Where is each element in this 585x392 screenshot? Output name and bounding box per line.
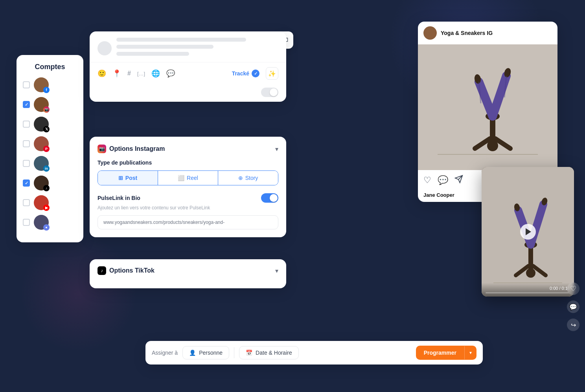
platform-badge-instagram: 📷 [43,106,50,113]
instagram-icon: 📷 [98,145,106,153]
platform-badge-pinterest: P [43,146,50,152]
reel-label: Reel [187,175,198,181]
location-icon[interactable]: 📍 [112,69,121,78]
text-line-1 [116,38,246,42]
reel-button[interactable]: ⬜ Reel [158,171,218,185]
pulselink-url[interactable]: www.yogaandsneakers.com/products/sneaker… [98,215,278,229]
composer-toolbar: 🙂 📍 # […] 🌐 💬 Tracké ✓ ✨ [90,62,286,84]
text-line-2 [116,45,213,49]
video-content: 0:00 / 0:10 [482,167,574,297]
account-item-misc: ● [23,215,77,230]
account-avatar-linkedin: in [34,156,49,171]
account-avatar-facebook: f [34,77,49,92]
post-label: Post [125,175,137,181]
account-item-instagram: 📷 [23,97,77,112]
story-button[interactable]: ⊕ Story [218,171,278,185]
account-avatar-pinterest: P [34,136,49,151]
account-item-facebook: f [23,77,77,92]
emoji-icon[interactable]: 🙂 [98,69,106,78]
play-triangle-icon [526,228,531,235]
account-checkbox-twitter[interactable] [23,121,30,128]
platform-badge-youtube: ▶ [43,205,50,211]
accounts-sidebar: Comptes f 📷 𝕏 [17,55,83,242]
toggle-row [90,84,286,102]
comment-preview-icon[interactable]: 💬 [438,175,448,185]
video-comment-icon[interactable]: 💬 [567,300,579,313]
composer-toggle[interactable] [261,88,278,97]
tiktok-title-row: ♪ Options TikTok [98,266,155,275]
person-icon: 👤 [189,350,196,356]
hashtag-icon[interactable]: # [127,70,131,77]
toggle-knob [270,88,278,96]
instagram-title-row: 📷 Options Instagram [98,145,165,153]
account-checkbox-tiktok[interactable] [23,180,30,187]
pulselink-label: PulseLink in Bio [98,195,140,201]
svg-rect-3 [490,117,495,147]
platform-badge-facebook: f [43,87,50,93]
tiktok-section-title: Options TikTok [109,267,155,274]
mention-icon[interactable]: […] [137,71,145,77]
platform-badge-misc: ● [43,224,50,231]
pulselink-row: PulseLink in Bio [98,193,278,203]
programmer-dropdown-arrow[interactable]: ▾ [464,346,476,359]
programmer-main-button[interactable]: Programmer [416,346,464,360]
account-item-linkedin: in [23,156,77,171]
composer-text-area [116,38,278,59]
preview-avatar [423,26,437,40]
tiktok-icon: ♪ [98,266,106,275]
programmer-button-group: Programmer ▾ [416,346,476,360]
instagram-chevron[interactable]: ▾ [275,145,278,153]
bg-glow-2 [20,235,138,353]
account-checkbox-pinterest[interactable] [23,140,30,147]
platform-badge-twitter: 𝕏 [43,126,50,132]
date-horaire-button[interactable]: 📅 Date & Horaire [239,346,299,359]
globe-icon[interactable]: 🌐 [151,69,160,78]
video-like-icon[interactable]: ♡ [567,282,579,295]
video-overlay [482,167,574,297]
comment-icon[interactable]: 💬 [166,69,175,78]
pulselink-toggle-knob [270,194,278,202]
magic-wand-button[interactable]: ✨ [266,67,278,80]
preview-account-name: Yoga & Sneakers IG [441,30,493,36]
preview-image [418,44,557,170]
story-circle-icon: ⊕ [238,175,243,181]
account-avatar-misc: ● [34,215,49,230]
person-button[interactable]: 👤 Personne [182,346,229,359]
pub-type-label: Type de publications [98,159,278,166]
share-icon[interactable] [454,175,463,186]
account-avatar-tiktok: ♪ [34,176,49,191]
account-checkbox-instagram[interactable] [23,101,30,108]
platform-badge-linkedin: in [43,165,50,172]
account-checkbox-youtube[interactable] [23,199,30,206]
action-divider [234,347,234,358]
tracked-badge: Tracké ✓ [232,70,259,77]
account-checkbox-misc[interactable] [23,219,30,226]
calendar-icon: 📅 [246,350,252,356]
instagram-options-card: 📷 Options Instagram ▾ Type de publicatio… [90,137,286,237]
account-avatar-youtube: ▶ [34,195,49,210]
post-button[interactable]: ⊞ Post [98,171,158,185]
tracked-check-icon: ✓ [252,70,259,77]
composer-header [90,31,286,62]
account-item-twitter: 𝕏 [23,117,77,132]
action-bar: Assigner à 👤 Personne 📅 Date & Horaire P… [145,341,483,365]
assign-label: Assigner à [152,350,178,356]
play-button[interactable] [520,224,536,240]
pulselink-toggle[interactable] [261,193,278,203]
text-line-3 [116,52,189,56]
account-checkbox-facebook[interactable] [23,81,30,88]
story-label: Story [245,175,258,181]
accounts-title: Comptes [23,63,77,71]
account-avatar-instagram: 📷 [34,97,49,112]
like-icon[interactable]: ♡ [423,175,431,185]
composer-avatar [98,41,112,55]
instagram-section-header: 📷 Options Instagram ▾ [98,145,278,153]
account-avatar-twitter: 𝕏 [34,117,49,132]
platform-badge-tiktok: ♪ [43,185,50,191]
account-item-pinterest: P [23,136,77,151]
instagram-section-title: Options Instagram [109,145,165,152]
tiktok-chevron[interactable]: ▾ [275,267,278,275]
account-checkbox-linkedin[interactable] [23,160,30,167]
pub-type-buttons: ⊞ Post ⬜ Reel ⊕ Story [98,170,278,185]
video-share-icon[interactable]: ↪ [567,319,579,331]
